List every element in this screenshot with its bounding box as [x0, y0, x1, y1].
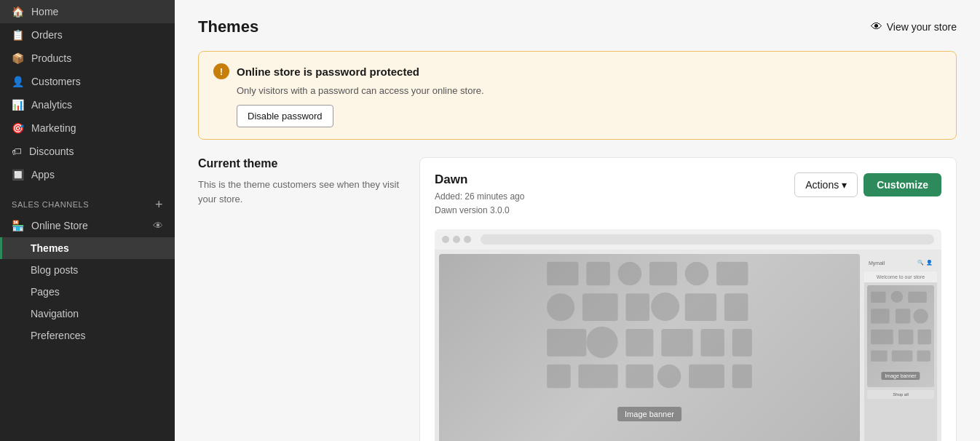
current-theme-info: Current theme This is the theme customer… [198, 157, 402, 206]
sidebar: 🏠 Home 📋 Orders 📦 Products 👤 Customers 📊… [0, 0, 175, 441]
preview-sidebar-banner: Image banner [867, 285, 934, 387]
add-sales-channel-button[interactable]: + [155, 198, 163, 211]
preview-image-banner-label: Image banner [617, 407, 681, 421]
theme-section: Current theme This is the theme customer… [198, 157, 957, 441]
svg-rect-3 [649, 262, 677, 286]
svg-point-9 [651, 293, 679, 321]
sidebar-sub-item-pages[interactable]: Pages [0, 281, 175, 303]
preview-welcome-text: Welcome to our store [864, 271, 937, 282]
svg-point-25 [891, 291, 903, 303]
sales-channels-label: Sales channels [12, 200, 89, 209]
svg-rect-28 [896, 309, 910, 324]
mini-store-name: Mymall [869, 261, 885, 266]
sidebar-item-discounts[interactable]: 🏷 Discounts [0, 140, 175, 163]
svg-rect-8 [626, 294, 650, 322]
online-store-icon: 🏪 [12, 220, 24, 231]
svg-rect-6 [547, 294, 574, 322]
theme-card: Dawn Added: 26 minutes ago Dawn version … [419, 157, 957, 441]
alert-title: Online store is password protected [237, 65, 419, 78]
sidebar-item-home[interactable]: 🏠 Home [0, 0, 175, 23]
sidebar-item-products[interactable]: 📦 Products [0, 47, 175, 70]
svg-rect-32 [918, 330, 931, 344]
home-icon: 🏠 [12, 6, 24, 17]
browser-url-bar [481, 234, 934, 245]
sidebar-item-apps[interactable]: 🔲 Apps [0, 163, 175, 186]
current-theme-desc: This is the theme customers see when the… [198, 178, 402, 206]
eye-icon: 👁 [153, 220, 163, 231]
svg-rect-10 [685, 294, 716, 322]
svg-rect-24 [871, 292, 885, 303]
sidebar-sub-item-navigation[interactable]: Navigation [0, 303, 175, 325]
svg-rect-4 [685, 262, 709, 286]
theme-info: Dawn Added: 26 minutes ago Dawn version … [435, 172, 524, 218]
actions-button[interactable]: Actions ▾ [794, 172, 858, 197]
sidebar-sub-item-themes[interactable]: Themes [0, 237, 175, 259]
theme-name: Dawn [435, 172, 524, 187]
svg-rect-22 [689, 365, 724, 389]
preview-browser-bar [435, 229, 941, 250]
alert-description: Only visitors with a password can access… [237, 85, 941, 96]
sidebar-item-marketing[interactable]: 🎯 Marketing [0, 116, 175, 140]
sidebar-item-analytics[interactable]: 📊 Analytics [0, 93, 175, 116]
eye-icon: 👁 [871, 20, 882, 33]
current-theme-label: Current theme [198, 157, 402, 170]
sidebar-sub-item-blog-posts[interactable]: Blog posts [0, 259, 175, 281]
navigation-label: Navigation [31, 308, 79, 319]
svg-rect-1 [586, 262, 610, 286]
svg-rect-0 [547, 262, 578, 286]
orders-label: Orders [31, 29, 63, 41]
themes-label: Themes [31, 242, 69, 254]
browser-dot-1 [442, 236, 449, 243]
view-store-link[interactable]: 👁 View your store [871, 20, 957, 33]
theme-version: Dawn version 3.0.0 [435, 204, 524, 218]
sidebar-item-orders[interactable]: 📋 Orders [0, 23, 175, 47]
svg-rect-20 [626, 365, 654, 389]
discounts-icon: 🏷 [12, 146, 22, 157]
products-label: Products [31, 52, 71, 64]
products-icon: 📦 [12, 52, 24, 64]
discounts-label: Discounts [29, 146, 74, 157]
browser-dot-3 [464, 236, 471, 243]
svg-point-2 [618, 262, 641, 286]
apps-label: Apps [31, 169, 55, 180]
svg-rect-26 [908, 292, 927, 303]
svg-rect-33 [871, 351, 887, 362]
analytics-label: Analytics [31, 99, 72, 111]
svg-rect-16 [700, 329, 724, 357]
sidebar-item-customers[interactable]: 👤 Customers [0, 70, 175, 93]
preview-sidebar-image-banner: Image banner [881, 372, 920, 380]
marketing-icon: 🎯 [12, 122, 24, 134]
online-store-label: Online Store [31, 220, 88, 231]
svg-point-21 [657, 365, 681, 389]
customers-icon: 👤 [12, 76, 24, 87]
customers-label: Customers [31, 76, 81, 87]
analytics-icon: 📊 [12, 99, 24, 111]
view-store-label: View your store [887, 21, 957, 33]
svg-rect-34 [892, 351, 913, 362]
theme-actions: Actions ▾ Customize [794, 172, 941, 197]
chevron-down-icon: ▾ [842, 179, 847, 191]
svg-rect-30 [871, 330, 893, 344]
svg-rect-19 [579, 365, 618, 389]
svg-rect-5 [716, 262, 748, 286]
theme-card-header: Dawn Added: 26 minutes ago Dawn version … [435, 172, 941, 218]
online-store-item[interactable]: 🏪 Online Store 👁 [0, 214, 175, 237]
alert-header: ! Online store is password protected [213, 63, 941, 79]
disable-password-button[interactable]: Disable password [237, 105, 333, 127]
svg-rect-31 [898, 330, 913, 344]
preview-content: Image banner Mymall 🔍 👤 Welcome to ou [435, 250, 941, 441]
theme-added: Added: 26 minutes ago [435, 190, 524, 204]
preview-sidebar: Mymall 🔍 👤 Welcome to our store [864, 254, 937, 441]
svg-rect-18 [547, 365, 571, 389]
svg-rect-17 [732, 329, 752, 357]
svg-rect-27 [871, 309, 890, 324]
svg-rect-7 [582, 294, 618, 322]
blog-posts-label: Blog posts [31, 264, 78, 276]
svg-point-29 [913, 309, 928, 324]
orders-icon: 📋 [12, 29, 24, 41]
customize-button[interactable]: Customize [864, 173, 941, 196]
page-title: Themes [198, 17, 258, 36]
svg-rect-35 [917, 351, 930, 362]
sidebar-sub-item-preferences[interactable]: Preferences [0, 325, 175, 346]
browser-dot-2 [453, 236, 460, 243]
